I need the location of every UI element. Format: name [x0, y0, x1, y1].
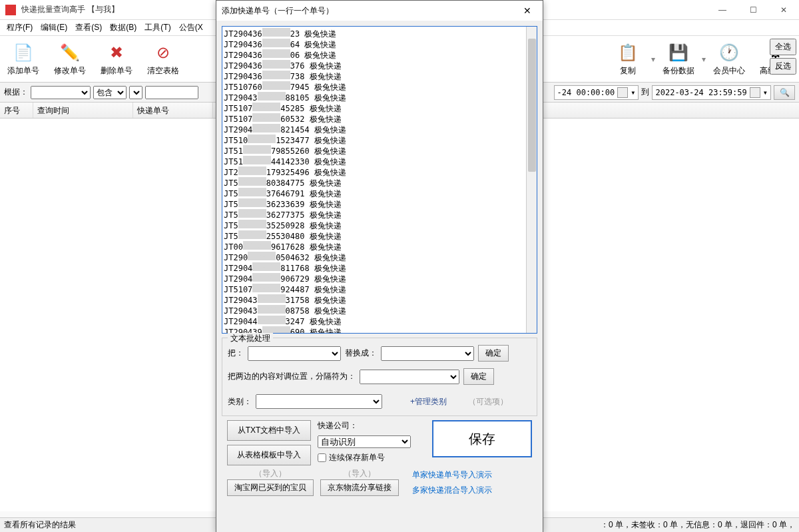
import-template-button[interactable]: 从表格模板中导入 — [227, 445, 311, 465]
delimiter-select[interactable] — [360, 370, 459, 384]
date-controls: -24 00:00:00 ▾ 到 2022-03-24 23:59:59 ▾ 🔍 — [554, 85, 795, 100]
express-label: 快递公司： — [318, 420, 425, 431]
tracking-row: JT2904xxxx811768 极兔快递 — [224, 262, 535, 273]
search-icon: 🔍 — [780, 88, 790, 97]
replace-from-label: 把： — [228, 348, 244, 359]
tracking-textarea[interactable]: JT290436xxxx23 极兔快递JT290436xxxx64 极兔快递JT… — [222, 26, 537, 334]
tracking-row: JT5107xxxx924487 极兔快递 — [224, 284, 535, 294]
menu-data[interactable]: 数据(B) — [106, 21, 140, 35]
tracking-row: JT29043xxxx31758 极兔快递 — [224, 294, 535, 305]
modal-body: JT290436xxxx23 极兔快递JT290436xxxx64 极兔快递JT… — [216, 21, 543, 532]
filter-input[interactable] — [145, 86, 198, 99]
swap-label: 把两边的内容对调位置，分隔符为： — [228, 371, 356, 382]
tracking-row: JT5xxxx37646791 极兔快递 — [224, 188, 535, 198]
tracking-row: JT5107xxxx60532 极兔快递 — [224, 113, 535, 124]
tracking-row: JT5xxxx25530480 极兔快递 — [224, 230, 535, 241]
app-icon — [5, 5, 16, 15]
delete-label: 删除单号 — [101, 65, 133, 77]
contains-sub-select[interactable] — [129, 86, 142, 99]
tracking-row: JT2904xxxx821454 极兔快递 — [224, 124, 535, 134]
replace-confirm-button[interactable]: 确定 — [478, 345, 509, 362]
chevron-down-icon[interactable]: ▾ — [763, 88, 768, 97]
import-hint-1: （导入） — [227, 468, 314, 479]
manage-category-link[interactable]: +管理类别 — [410, 396, 447, 407]
text-processing-group: 文本批处理 把： 替换成： 确定 把两边的内容对调位置，分隔符为： 确定 类别：… — [222, 338, 537, 416]
tracking-row: JT5107xxxx45285 极兔快递 — [224, 103, 535, 113]
category-select[interactable] — [256, 394, 382, 409]
demo-link-2[interactable]: 多家快递混合导入演示 — [412, 485, 492, 496]
add-doc-icon: 📄 — [12, 41, 35, 64]
menu-program[interactable]: 程序(F) — [3, 21, 37, 35]
continuous-save-checkbox[interactable] — [318, 453, 326, 462]
column-header[interactable]: 序号 — [0, 103, 33, 118]
category-label: 类别： — [228, 396, 252, 407]
modal-close-button[interactable]: ✕ — [512, 1, 543, 21]
basis-select[interactable] — [31, 86, 91, 99]
member-label: 会员中心 — [713, 65, 745, 77]
calendar-icon[interactable] — [750, 87, 760, 98]
date-from-text: -24 00:00:00 — [557, 88, 615, 97]
tracking-row: JT290xxxx0504632 极兔快递 — [224, 252, 535, 262]
import-txt-button[interactable]: 从TXT文档中导入 — [227, 420, 311, 441]
copy-button[interactable]: 📋 复制 — [605, 41, 651, 77]
modify-label: 修改单号 — [54, 65, 86, 77]
replace-to-label: 替换成： — [345, 348, 377, 359]
tracking-row: JT5xxxx36233639 极兔快递 — [224, 198, 535, 209]
clear-icon: ⊘ — [152, 41, 174, 64]
express-company-select[interactable]: 自动识别 — [318, 435, 411, 448]
tracking-row: JT2904xxxx906729 极兔快递 — [224, 273, 535, 284]
column-header[interactable]: 快递单号 — [133, 103, 213, 118]
taobao-import-button[interactable]: 淘宝网已买到的宝贝 — [227, 479, 314, 496]
member-button[interactable]: 🕐 会员中心 — [706, 41, 752, 77]
status-left: 查看所有记录的结果 — [4, 519, 76, 531]
date-from-input[interactable]: -24 00:00:00 ▾ — [554, 85, 639, 100]
delete-number-button[interactable]: ✖ 删除单号 — [93, 41, 140, 77]
tracking-row: JT290436xxxx376 极兔快递 — [224, 60, 535, 71]
tracking-row: JT2xxxx179325496 极兔快递 — [224, 166, 535, 177]
scrollbar[interactable] — [526, 27, 537, 333]
save-button[interactable]: 保存 — [432, 420, 532, 457]
replace-to-select[interactable] — [381, 346, 474, 361]
date-to-text: 2022-03-24 23:59:59 — [655, 88, 746, 97]
to-label: 到 — [641, 87, 649, 98]
menu-tools[interactable]: 工具(T) — [140, 21, 174, 35]
tracking-row: JT51xxxx79855260 极兔快递 — [224, 145, 535, 156]
column-header[interactable]: 查询时间 — [33, 103, 133, 118]
tracking-row: JT290436xxxx738 极兔快递 — [224, 71, 535, 81]
clear-table-button[interactable]: ⊘ 清空表格 — [140, 41, 186, 77]
close-button[interactable]: ✕ — [768, 0, 799, 20]
scroll-thumb[interactable] — [528, 39, 536, 172]
tracking-row: JT51xxxx44142330 极兔快递 — [224, 156, 535, 166]
minimize-button[interactable]: — — [707, 0, 738, 20]
jd-import-button[interactable]: 京东物流分享链接 — [320, 479, 399, 496]
basis-label: 根据： — [4, 87, 28, 98]
search-button[interactable]: 🔍 — [774, 85, 795, 100]
calendar-icon[interactable] — [617, 87, 628, 98]
modal-title: 添加快递单号（一行一个单号） — [222, 5, 334, 17]
menu-notice[interactable]: 公告(X — [175, 21, 207, 35]
menu-edit[interactable]: 编辑(E) — [37, 21, 71, 35]
select-all-button[interactable]: 全选 — [770, 39, 796, 55]
maximize-button[interactable]: ☐ — [738, 0, 768, 20]
tracking-row: JT5xxxx36277375 极兔快递 — [224, 209, 535, 220]
tracking-row: JT5xxxx80384775 极兔快递 — [224, 177, 535, 188]
continuous-save-label[interactable]: 连续保存新单号 — [318, 452, 425, 463]
contains-select[interactable]: 包含 — [93, 86, 127, 99]
backup-button[interactable]: 💾 备份数据 — [655, 41, 702, 77]
demo-link-1[interactable]: 单家快递单号导入演示 — [412, 469, 492, 481]
tracking-row: JT00xxxx9617628 极兔快递 — [224, 241, 535, 252]
tracking-row: JT29044xxxx3247 极兔快递 — [224, 316, 535, 326]
modify-number-button[interactable]: ✏️ 修改单号 — [47, 41, 93, 77]
menu-view[interactable]: 查看(S) — [71, 21, 106, 35]
win-controls: — ☐ ✕ — [707, 0, 799, 20]
replace-from-select[interactable] — [248, 346, 341, 361]
swap-confirm-button[interactable]: 确定 — [463, 368, 494, 385]
tracking-row: JT290436xxxx64 极兔快递 — [224, 39, 535, 49]
chevron-down-icon[interactable]: ▾ — [631, 88, 635, 97]
add-label: 添加单号 — [7, 65, 39, 77]
date-to-input[interactable]: 2022-03-24 23:59:59 ▾ — [652, 85, 771, 100]
add-number-button[interactable]: 📄 添加单号 — [0, 41, 47, 77]
tracking-row: JT290436xxxx23 极兔快递 — [224, 28, 535, 39]
delete-doc-icon: ✖ — [105, 41, 128, 64]
invert-sel-button[interactable]: 反选 — [770, 58, 796, 75]
